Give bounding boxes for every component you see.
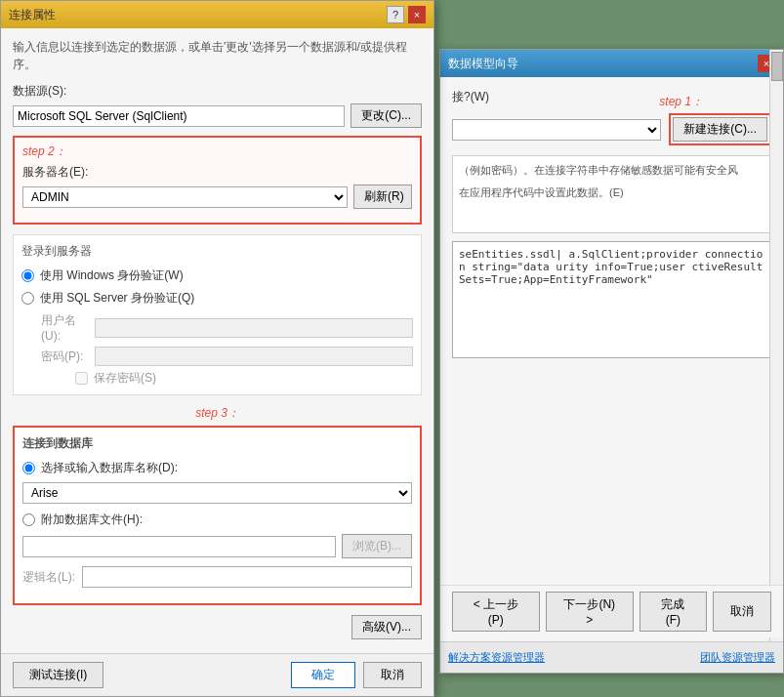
test-connection-button[interactable]: 测试连接(I): [13, 662, 103, 688]
db-select[interactable]: Arise: [22, 482, 412, 504]
bottom-btn-group: 确定 取消: [291, 662, 422, 688]
save-password-row: 保存密码(S): [21, 370, 413, 387]
server-row: ADMIN 刷新(R): [22, 184, 412, 209]
db-radio-attach-row: 附加数据库文件(H):: [22, 512, 412, 528]
solution-explorer-link[interactable]: 解决方案资源管理器: [448, 650, 545, 665]
change-button[interactable]: 更改(C)...: [351, 103, 422, 128]
right-conn-string-box[interactable]: seEntities.ssdl| a.SqlClient;provider co…: [452, 241, 771, 358]
db-radio-attach[interactable]: [22, 513, 35, 526]
right-cancel-button[interactable]: 取消: [713, 592, 771, 632]
step2-section: step 2： 服务器名(E): ADMIN 刷新(R): [13, 136, 422, 225]
right-conn-select[interactable]: [452, 119, 661, 141]
password-input[interactable]: [95, 347, 413, 366]
right-dialog-body: 接?(W) step 1： 新建连接(C)... （例如密码）。在连接字符串中存…: [440, 77, 783, 378]
step3-label: step 3：: [13, 405, 422, 422]
db-radio-attach-label: 附加数据库文件(H):: [41, 512, 143, 528]
browse-button[interactable]: 浏览(B)...: [342, 534, 412, 558]
left-bottom-bar: 测试连接(I) 确定 取消: [1, 653, 433, 696]
right-bottom-buttons: < 上一步(P) 下一步(N) > 完成(F) 取消: [440, 585, 783, 637]
intro-text: 输入信息以连接到选定的数据源，或单击'更改'选择另一个数据源和/或提供程序。: [13, 38, 422, 73]
prev-button[interactable]: < 上一步(P): [452, 592, 540, 632]
help-button[interactable]: ?: [387, 6, 404, 23]
radio-sqlserver-label: 使用 SQL Server 身份验证(Q): [40, 290, 194, 307]
advanced-button[interactable]: 高级(V)...: [351, 615, 422, 639]
right-conn-row: step 1： 新建连接(C)...: [452, 113, 771, 145]
next-button[interactable]: 下一步(N) >: [546, 592, 634, 632]
left-dialog-titlebar: 连接属性 ? ×: [1, 1, 433, 28]
advanced-section: 高级(V)...: [13, 615, 422, 639]
team-explorer-link[interactable]: 团队资源管理器: [700, 650, 775, 665]
radio-sqlserver-row: 使用 SQL Server 身份验证(Q): [21, 290, 413, 307]
logical-row: 逻辑名(L):: [22, 566, 412, 588]
left-cancel-button[interactable]: 取消: [363, 662, 422, 688]
right-dialog: 数据模型向导 × 接?(W) step 1： 新建连接(C)... （例如密码）…: [439, 49, 784, 674]
logical-label: 逻辑名(L):: [22, 569, 76, 586]
username-label: 用户名(U):: [41, 312, 95, 343]
password-label: 密码(P):: [41, 348, 95, 365]
left-dialog: 连接属性 ? × 输入信息以连接到选定的数据源，或单击'更改'选择另一个数据源和…: [0, 0, 434, 697]
warning-text1: （例如密码）。在连接字符串中存储敏感数据可能有安全风: [459, 162, 764, 179]
finish-button[interactable]: 完成(F): [640, 592, 707, 632]
login-title: 登录到服务器: [21, 243, 413, 260]
step2-label: step 2：: [22, 144, 412, 160]
db-section-title: 连接到数据库: [22, 435, 412, 452]
conn-string-text: seEntities.ssdl| a.SqlClient;provider co…: [459, 248, 764, 286]
left-dialog-title: 连接属性: [9, 7, 56, 23]
close-button[interactable]: ×: [408, 6, 426, 23]
datasource-row: 更改(C)...: [13, 103, 422, 128]
radio-windows-row: 使用 Windows 身份验证(W): [21, 267, 413, 284]
db-radio-select[interactable]: [22, 462, 35, 474]
right-link-bar: 解决方案资源管理器 团队资源管理器: [440, 641, 783, 673]
save-password-checkbox[interactable]: [75, 372, 88, 385]
scrollbar[interactable]: [769, 241, 771, 358]
logical-input[interactable]: [82, 566, 412, 588]
radio-sqlserver[interactable]: [21, 292, 34, 305]
save-password-label: 保存密码(S): [94, 370, 156, 387]
datasource-input[interactable]: [13, 105, 345, 127]
login-section: 登录到服务器 使用 Windows 身份验证(W) 使用 SQL Server …: [13, 234, 422, 395]
new-connection-button[interactable]: 新建连接(C)...: [673, 117, 767, 142]
right-dialog-titlebar: 数据模型向导 ×: [440, 50, 783, 77]
right-dialog-title: 数据模型向导: [448, 56, 518, 72]
right-warning-box: （例如密码）。在连接字符串中存储敏感数据可能有安全风 在应用程序代码中设置此数据…: [452, 155, 771, 233]
db-radio-select-label: 选择或输入数据库名称(D):: [41, 460, 178, 476]
datasource-label: 数据源(S):: [13, 83, 422, 100]
right-question-label: 接?(W): [452, 89, 771, 105]
db-radio-select-row: 选择或输入数据库名称(D):: [22, 460, 412, 476]
db-section: 连接到数据库 选择或输入数据库名称(D): Arise 附加数据库文件(H): …: [13, 426, 422, 605]
refresh-button[interactable]: 刷新(R): [353, 184, 412, 209]
username-row: 用户名(U):: [21, 312, 413, 343]
attach-input[interactable]: [22, 536, 336, 557]
radio-windows[interactable]: [21, 269, 34, 282]
step1-label: step 1：: [659, 94, 703, 110]
password-row: 密码(P):: [21, 347, 413, 366]
server-label: 服务器名(E):: [22, 164, 412, 181]
ok-button[interactable]: 确定: [291, 662, 355, 688]
username-input[interactable]: [95, 318, 413, 338]
warning-text2: 在应用程序代码中设置此数据。(E): [459, 184, 764, 201]
left-dialog-body: 输入信息以连接到选定的数据源，或单击'更改'选择另一个数据源和/或提供程序。 数…: [1, 28, 433, 659]
titlebar-buttons: ? ×: [387, 6, 426, 23]
server-select[interactable]: ADMIN: [22, 186, 348, 208]
radio-windows-label: 使用 Windows 身份验证(W): [40, 267, 184, 284]
attach-row: 浏览(B)...: [22, 534, 412, 558]
